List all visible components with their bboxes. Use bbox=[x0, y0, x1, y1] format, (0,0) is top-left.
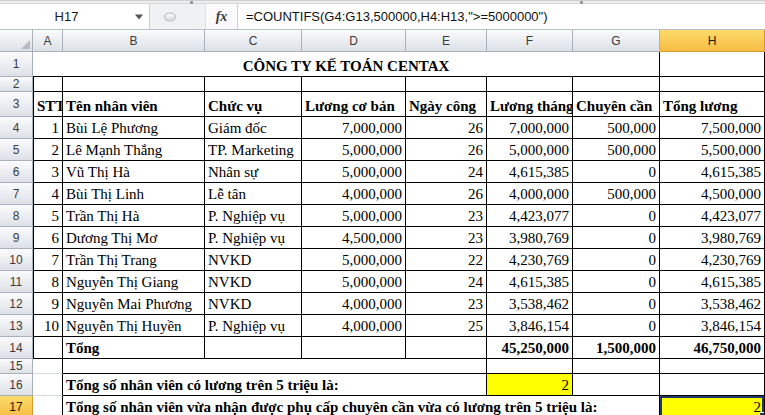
cell-work-days[interactable]: 24 bbox=[406, 161, 487, 183]
cell-base-salary[interactable]: 4,500,000 bbox=[302, 227, 406, 249]
cell-stt[interactable]: 7 bbox=[33, 249, 63, 271]
cell-h16[interactable] bbox=[660, 374, 765, 396]
header-bonus[interactable]: Chuyên cần bbox=[573, 92, 660, 117]
cell-name[interactable]: Nguyễn Thị Huyền bbox=[63, 315, 205, 337]
cell-name[interactable]: Bùi Thị Linh bbox=[63, 183, 205, 205]
cell-bonus[interactable]: 0 bbox=[573, 293, 660, 315]
cell-base-salary[interactable]: 5,000,000 bbox=[302, 271, 406, 293]
cell-position[interactable]: NVKD bbox=[205, 293, 302, 315]
totals-bonus-cell[interactable]: 1,500,000 bbox=[573, 337, 660, 359]
cell-b15[interactable] bbox=[63, 359, 487, 374]
cell-bonus[interactable]: 0 bbox=[573, 249, 660, 271]
cell-work-days[interactable]: 25 bbox=[406, 315, 487, 337]
row-header-12[interactable]: 12 bbox=[0, 293, 33, 315]
cell-name[interactable]: Lê Mạnh Thắng bbox=[63, 139, 205, 161]
cell-name[interactable]: Nguyễn Thị Giang bbox=[63, 271, 205, 293]
row-header-13[interactable]: 13 bbox=[0, 315, 33, 337]
cell-name[interactable]: Bùi Lệ Phương bbox=[63, 117, 205, 139]
cell-month-salary[interactable]: 4,000,000 bbox=[487, 183, 573, 205]
cell-total[interactable]: 7,500,000 bbox=[660, 117, 765, 139]
insert-function-button[interactable]: fx bbox=[206, 4, 238, 29]
header-work-days[interactable]: Ngày công bbox=[406, 92, 487, 117]
cell-position[interactable]: P. Nghiệp vụ bbox=[205, 205, 302, 227]
cell-total[interactable]: 4,423,077 bbox=[660, 205, 765, 227]
cell-bonus[interactable]: 0 bbox=[573, 271, 660, 293]
header-stt[interactable]: STT bbox=[33, 92, 63, 117]
cell-stt[interactable]: 5 bbox=[33, 205, 63, 227]
cell-base-salary[interactable]: 5,000,000 bbox=[302, 249, 406, 271]
summary-bonus-high-salary-label[interactable]: Tổng số nhân viên vừa nhận được phụ cấp … bbox=[63, 396, 660, 415]
cell-total[interactable]: 4,500,000 bbox=[660, 183, 765, 205]
cell-f15[interactable] bbox=[487, 359, 573, 374]
cell-total[interactable]: 4,615,385 bbox=[660, 271, 765, 293]
cell-month-salary[interactable]: 4,423,077 bbox=[487, 205, 573, 227]
cell-bonus[interactable]: 500,000 bbox=[573, 183, 660, 205]
cell-base-salary[interactable]: 5,000,000 bbox=[302, 139, 406, 161]
row-header-11[interactable]: 11 bbox=[0, 271, 33, 293]
totals-label-cell[interactable]: Tổng bbox=[63, 337, 205, 359]
cell-stt[interactable]: 6 bbox=[33, 227, 63, 249]
cell-total[interactable]: 3,846,154 bbox=[660, 315, 765, 337]
row-header-7[interactable]: 7 bbox=[0, 183, 33, 205]
cell-work-days[interactable]: 23 bbox=[406, 205, 487, 227]
name-box-dropdown-icon[interactable] bbox=[135, 14, 143, 19]
cell-position[interactable]: NVKD bbox=[205, 271, 302, 293]
column-header-a[interactable]: A bbox=[33, 30, 63, 52]
cell-month-salary[interactable]: 3,538,462 bbox=[487, 293, 573, 315]
header-base-salary[interactable]: Lương cơ bản bbox=[302, 92, 406, 117]
cell-base-salary[interactable]: 4,000,000 bbox=[302, 315, 406, 337]
cell-position[interactable]: TP. Marketing bbox=[205, 139, 302, 161]
cell-month-salary[interactable]: 4,230,769 bbox=[487, 249, 573, 271]
cell-total[interactable]: 4,615,385 bbox=[660, 161, 765, 183]
cell-c2[interactable] bbox=[205, 77, 302, 92]
cell-stt[interactable]: 2 bbox=[33, 139, 63, 161]
cell-e2[interactable] bbox=[406, 77, 487, 92]
cell-work-days[interactable]: 24 bbox=[406, 271, 487, 293]
totals-total-cell[interactable]: 46,750,000 bbox=[660, 337, 765, 359]
cell-name[interactable]: Trần Thị Hà bbox=[63, 205, 205, 227]
cell-d14[interactable] bbox=[302, 337, 406, 359]
header-month-salary[interactable]: Lương tháng bbox=[487, 92, 573, 117]
cell-a14[interactable] bbox=[33, 337, 63, 359]
cell-total[interactable]: 5,500,000 bbox=[660, 139, 765, 161]
cell-h1[interactable] bbox=[660, 52, 765, 77]
cell-month-salary[interactable]: 3,980,769 bbox=[487, 227, 573, 249]
cell-base-salary[interactable]: 4,000,000 bbox=[302, 293, 406, 315]
header-position[interactable]: Chức vụ bbox=[205, 92, 302, 117]
row-header-15[interactable]: 15 bbox=[0, 359, 33, 374]
cell-f2[interactable] bbox=[487, 77, 573, 92]
cell-c14[interactable] bbox=[205, 337, 302, 359]
cell-a15[interactable] bbox=[33, 359, 63, 374]
cell-total[interactable]: 3,538,462 bbox=[660, 293, 765, 315]
row-header-9[interactable]: 9 bbox=[0, 227, 33, 249]
cell-bonus[interactable]: 500,000 bbox=[573, 117, 660, 139]
cell-total[interactable]: 3,980,769 bbox=[660, 227, 765, 249]
cell-bonus[interactable]: 0 bbox=[573, 227, 660, 249]
cell-work-days[interactable]: 23 bbox=[406, 227, 487, 249]
resize-handle-icon[interactable] bbox=[164, 12, 176, 21]
cell-g16[interactable] bbox=[573, 374, 660, 396]
cell-name[interactable]: Nguyễn Mai Phương bbox=[63, 293, 205, 315]
cell-work-days[interactable]: 26 bbox=[406, 139, 487, 161]
row-header-1[interactable]: 1 bbox=[0, 52, 33, 77]
row-header-5[interactable]: 5 bbox=[0, 139, 33, 161]
totals-month-salary-cell[interactable]: 45,250,000 bbox=[487, 337, 573, 359]
row-header-6[interactable]: 6 bbox=[0, 161, 33, 183]
cell-bonus[interactable]: 0 bbox=[573, 161, 660, 183]
formula-input[interactable]: =COUNTIFS(G4:G13,500000,H4:H13,">=500000… bbox=[238, 4, 765, 29]
header-total[interactable]: Tổng lương bbox=[660, 92, 765, 117]
cell-g2[interactable] bbox=[573, 77, 660, 92]
cell-total[interactable]: 4,230,769 bbox=[660, 249, 765, 271]
cell-stt[interactable]: 8 bbox=[33, 271, 63, 293]
column-header-h-selected[interactable]: H bbox=[660, 30, 765, 52]
cell-h2[interactable] bbox=[660, 77, 765, 92]
cell-bonus[interactable]: 0 bbox=[573, 315, 660, 337]
cell-work-days[interactable]: 26 bbox=[406, 183, 487, 205]
row-header-2[interactable]: 2 bbox=[0, 77, 33, 92]
cell-name[interactable]: Dương Thị Mơ bbox=[63, 227, 205, 249]
cell-month-salary[interactable]: 7,000,000 bbox=[487, 117, 573, 139]
column-header-e[interactable]: E bbox=[406, 30, 487, 52]
column-header-f[interactable]: F bbox=[487, 30, 573, 52]
selected-cell-h17[interactable]: 2 bbox=[660, 396, 765, 415]
row-header-10[interactable]: 10 bbox=[0, 249, 33, 271]
